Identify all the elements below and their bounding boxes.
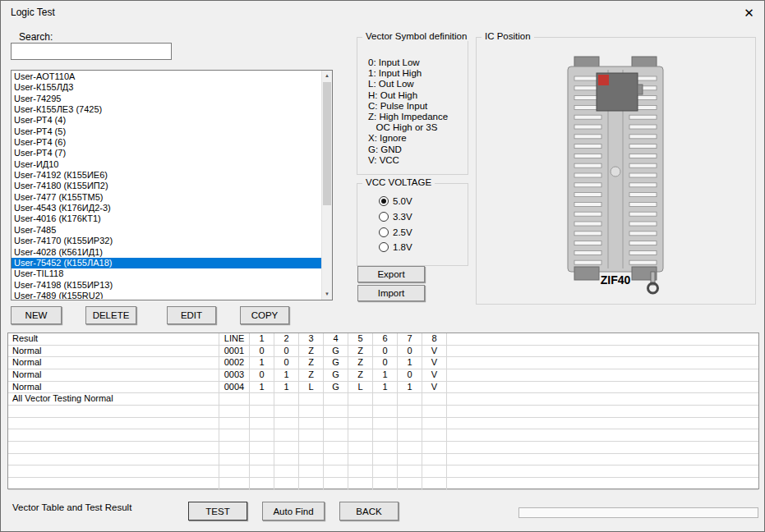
table-cell (219, 478, 250, 490)
table-cell (324, 466, 348, 478)
new-button[interactable]: NEW (11, 306, 62, 324)
table-row[interactable]: Normal000411LGL11V (8, 382, 758, 394)
table-cell (274, 442, 299, 454)
search-input[interactable] (11, 43, 172, 60)
table-cell (8, 418, 219, 430)
vector-symbol-line: H: Out High (368, 90, 448, 101)
import-button[interactable]: Import (357, 285, 425, 301)
table-row[interactable] (8, 418, 758, 430)
radio-icon (379, 242, 389, 252)
scroll-up-icon[interactable]: ▲ (322, 71, 332, 81)
table-cell: G (324, 369, 348, 382)
table-row[interactable]: Normal000100ZGZ00V (8, 346, 758, 358)
list-item[interactable]: User-74192 (К155ИЕ6) (12, 170, 321, 181)
table-row[interactable]: Normal000301ZGZ10V (8, 369, 758, 382)
edit-button[interactable]: EDIT (167, 306, 216, 324)
table-cell: Normal (8, 382, 219, 394)
table-cell (250, 393, 274, 406)
list-item[interactable]: User-РТ4 (7) (12, 148, 321, 158)
table-row[interactable]: Normal000210ZGZ01V (8, 357, 758, 369)
table-cell (398, 429, 422, 442)
table-cell (8, 478, 219, 490)
table-cell: 1 (274, 382, 299, 394)
table-cell: Normal (8, 369, 219, 382)
vcc-voltage-title: VCC VOLTAGE (362, 177, 435, 187)
table-header-cell: 4 (324, 333, 348, 346)
list-item[interactable]: User-TIL118 (12, 268, 321, 279)
table-cell (274, 478, 299, 490)
test-button[interactable]: TEST (188, 502, 247, 521)
list-item[interactable]: User-75452 (К155ЛА18) (12, 258, 321, 268)
table-cell (348, 418, 373, 430)
list-scrollbar[interactable]: ▲ ▼ (321, 71, 332, 300)
table-row[interactable] (8, 466, 758, 478)
list-item[interactable]: User-74198 (К155ИР13) (12, 280, 321, 291)
vcc-option-2.5V[interactable]: 2.5V (379, 224, 412, 240)
vcc-option-5.0V[interactable]: 5.0V (379, 194, 412, 209)
list-item[interactable]: User-4028 (К561ИД1) (12, 247, 321, 258)
delete-button[interactable]: DELETE (85, 306, 136, 324)
table-cell (299, 442, 324, 454)
table-row[interactable] (8, 442, 758, 454)
table-cell: Z (299, 346, 324, 358)
table-cell: G (324, 346, 348, 358)
auto-find-button[interactable]: Auto Find (262, 502, 325, 521)
table-cell (219, 418, 250, 430)
table-row[interactable] (8, 478, 758, 490)
list-item[interactable]: User-РТ4 (4) (12, 115, 321, 126)
socket-center-hole (611, 167, 620, 177)
table-cell (250, 406, 274, 418)
table-cell (398, 393, 422, 406)
vector-symbol-line: X: Ignore (368, 133, 448, 144)
table-cell: 1 (250, 357, 274, 369)
table-cell (422, 429, 447, 442)
table-cell (324, 454, 348, 466)
list-item[interactable]: User-4543 (К176ИД2-3) (12, 203, 321, 213)
table-cell (348, 442, 373, 454)
list-item[interactable]: User-74295 (12, 94, 321, 104)
table-cell: 0002 (219, 357, 250, 369)
list-item[interactable]: User-7489 (К155RU2) (12, 291, 321, 299)
vector-symbol-line: 1: Input High (368, 68, 448, 79)
table-cell (373, 454, 398, 466)
close-button[interactable]: ✕ (738, 4, 760, 22)
list-item[interactable]: User-74180 (К155ИП2) (12, 181, 321, 191)
radio-icon (379, 227, 389, 237)
vector-symbol-line: OC High or 3S (368, 122, 448, 133)
copy-button[interactable]: COPY (240, 306, 289, 324)
table-row[interactable] (8, 406, 758, 418)
table-cell (250, 454, 274, 466)
list-item[interactable]: User-AOT110A (12, 71, 321, 82)
table-cell (324, 393, 348, 406)
table-cell: 0 (398, 369, 422, 382)
vcc-option-3.3V[interactable]: 3.3V (379, 209, 412, 225)
table-row[interactable] (8, 454, 758, 466)
scroll-down-icon[interactable]: ▼ (322, 289, 332, 300)
list-item[interactable]: User-4016 (К176КТ1) (12, 213, 321, 224)
vcc-option-1.8V[interactable]: 1.8V (379, 240, 412, 255)
back-button[interactable]: BACK (339, 502, 399, 521)
table-cell: 1 (250, 382, 274, 394)
table-cell: 1 (398, 382, 422, 394)
table-cell: 0003 (219, 369, 250, 382)
vector-symbol-line: G: GND (368, 144, 448, 155)
list-item[interactable]: User-74170 (К155ИР32) (12, 236, 321, 246)
list-item[interactable]: User-К155ЛЕ3 (7425) (12, 104, 321, 115)
table-cell (274, 454, 299, 466)
table-cell: Normal (8, 357, 219, 369)
scroll-thumb[interactable] (323, 82, 331, 205)
table-cell (8, 406, 219, 418)
table-cell (8, 454, 219, 466)
list-item[interactable]: User-7485 (12, 225, 321, 236)
list-item[interactable]: User-7477 (К155ТМ5) (12, 192, 321, 203)
list-item[interactable]: User-РТ4 (5) (12, 126, 321, 137)
list-item[interactable]: User-К155ЛД3 (12, 82, 321, 93)
zif-socket-graphic (492, 48, 739, 295)
chip-list-items: User-AOT110AUser-К155ЛД3User-74295User-К… (12, 71, 321, 299)
list-item[interactable]: User-РТ4 (6) (12, 137, 321, 148)
list-item[interactable]: User-ИД10 (12, 159, 321, 170)
table-row[interactable] (8, 429, 758, 442)
table-row[interactable]: All Vector Testing Normal (8, 393, 758, 406)
table-cell: 0 (398, 346, 422, 358)
export-button[interactable]: Export (357, 266, 425, 282)
